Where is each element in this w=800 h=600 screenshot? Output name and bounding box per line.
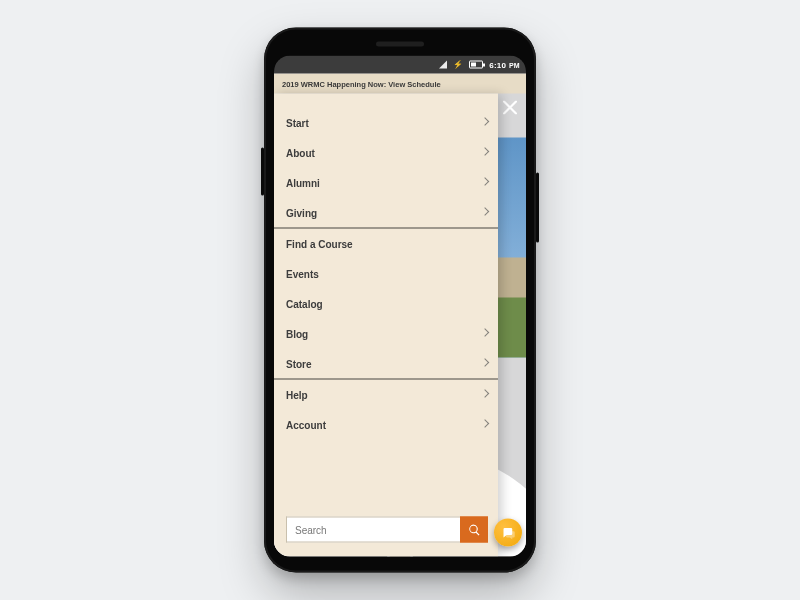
nav-item[interactable]: Giving	[274, 198, 498, 228]
phone-screen: ⚡ 6:10 PM 2019 WRMC Happening Now: View …	[274, 56, 526, 557]
close-drawer-button[interactable]	[500, 98, 520, 118]
nav-section: HelpAccount	[274, 379, 498, 440]
nav-item[interactable]: Alumni	[274, 168, 498, 198]
announcement-text: 2019 WRMC Happening Now: View Schedule	[282, 79, 441, 88]
wifi-icon	[439, 61, 447, 69]
chevron-right-icon	[480, 359, 490, 369]
search-button[interactable]	[460, 517, 488, 543]
nav-item[interactable]: Find a Course	[274, 229, 498, 259]
nav-item[interactable]: Store	[274, 349, 498, 379]
nav-item[interactable]: Account	[274, 410, 498, 440]
nav-item-label: Find a Course	[286, 238, 353, 249]
phone-frame: ⚡ 6:10 PM 2019 WRMC Happening Now: View …	[264, 28, 536, 573]
nav-item[interactable]: Blog	[274, 319, 498, 349]
nav-item-label: Help	[286, 389, 308, 400]
nav-item[interactable]: Events	[274, 259, 498, 289]
nav-item-label: Catalog	[286, 298, 323, 309]
nav-item-label: About	[286, 147, 315, 158]
nav-item[interactable]: Help	[274, 380, 498, 410]
nav-item[interactable]: Start	[274, 108, 498, 138]
nav-item-label: Blog	[286, 328, 308, 339]
search-row	[274, 507, 498, 557]
nav-section: Find a CourseEventsCatalogBlogStore	[274, 228, 498, 379]
chat-fab[interactable]	[494, 519, 522, 547]
nav-item[interactable]: About	[274, 138, 498, 168]
chevron-right-icon	[480, 148, 490, 158]
phone-speaker	[376, 42, 424, 47]
nav-item-label: Events	[286, 268, 319, 279]
nav-item[interactable]: Catalog	[274, 289, 498, 319]
stage: ⚡ 6:10 PM 2019 WRMC Happening Now: View …	[0, 0, 800, 600]
announcement-bar[interactable]: 2019 WRMC Happening Now: View Schedule	[274, 74, 526, 94]
status-bar: ⚡ 6:10 PM	[274, 56, 526, 74]
chevron-right-icon	[480, 208, 490, 218]
search-input[interactable]	[286, 517, 460, 543]
nav-item-label: Giving	[286, 207, 317, 218]
nav-menu: StartAboutAlumniGivingFind a CourseEvent…	[274, 108, 498, 440]
close-icon	[503, 101, 517, 115]
chevron-right-icon	[480, 329, 490, 339]
chevron-right-icon	[480, 390, 490, 400]
chevron-right-icon	[480, 420, 490, 430]
battery-charging-icon	[469, 61, 483, 69]
status-time: 6:10 PM	[489, 60, 520, 69]
search-icon	[468, 523, 481, 536]
nav-item-label: Store	[286, 358, 312, 369]
nav-item-label: Start	[286, 117, 309, 128]
chevron-right-icon	[480, 178, 490, 188]
nav-section: StartAboutAlumniGiving	[274, 108, 498, 228]
chat-icon	[501, 525, 516, 540]
page-content: 2019 WRMC Happening Now: View Schedule S…	[274, 74, 526, 557]
nav-drawer: StartAboutAlumniGivingFind a CourseEvent…	[274, 94, 498, 557]
nav-item-label: Account	[286, 419, 326, 430]
nav-item-label: Alumni	[286, 177, 320, 188]
battery-bolt-icon: ⚡	[453, 61, 463, 69]
chevron-right-icon	[480, 118, 490, 128]
